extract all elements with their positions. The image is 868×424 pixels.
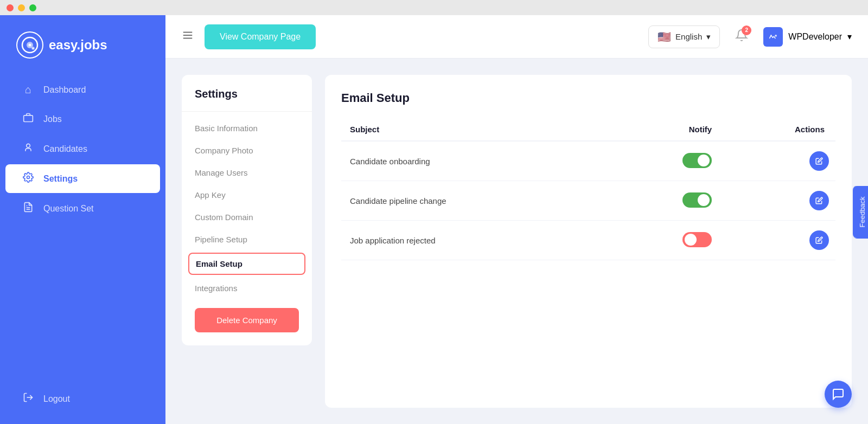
settings-item-integrations[interactable]: Integrations [182,277,312,299]
sidebar-nav: ⌂ Dashboard Jobs Candidates [0,75,165,383]
subject-cell-1: Candidate onboarding [341,141,614,181]
actions-column-header: Actions [717,118,835,141]
svg-point-7 [27,176,30,179]
notify-cell-2 [614,181,717,221]
user-chevron: ▾ [847,31,852,42]
delete-company-button[interactable]: Delete Company [195,308,299,332]
language-selector[interactable]: 🇺🇸 English ▾ [648,25,720,48]
toggle-candidate-onboarding[interactable] [682,153,712,168]
main-area: View Company Page 🇺🇸 English ▾ 2 [165,15,868,424]
sidebar-label-settings: Settings [43,174,78,184]
table-row: Candidate pipeline change [341,181,835,221]
view-company-page-button[interactable]: View Company Page [205,24,316,49]
language-label: English [675,32,702,41]
sidebar-item-jobs[interactable]: Jobs [5,105,160,133]
user-menu[interactable]: WPDeveloper ▾ [763,27,852,47]
settings-item-company-photo[interactable]: Company Photo [182,139,312,162]
sidebar-logo: easy.jobs [0,26,165,75]
email-setup-title: Email Setup [341,91,835,105]
candidates-icon [22,142,35,156]
user-name: WPDeveloper [788,32,842,42]
user-logo [763,27,783,47]
actions-cell-2 [717,181,835,221]
table-row: Candidate onboarding [341,141,835,181]
settings-item-basic-information[interactable]: Basic Information [182,117,312,139]
feedback-tab[interactable]: Feedback [853,185,868,238]
minimize-button[interactable] [18,4,25,11]
settings-item-custom-domain[interactable]: Custom Domain [182,206,312,228]
jobs-icon [22,112,35,126]
menu-icon[interactable] [182,29,194,44]
toggle-candidate-pipeline[interactable] [682,192,712,208]
sidebar-item-dashboard[interactable]: ⌂ Dashboard [5,76,160,104]
svg-rect-5 [24,115,33,122]
settings-item-email-setup[interactable]: Email Setup [188,253,305,275]
header: View Company Page 🇺🇸 English ▾ 2 [165,15,868,59]
subject-column-header: Subject [341,118,614,141]
settings-item-pipeline-setup[interactable]: Pipeline Setup [182,228,312,250]
email-table: Subject Notify Actions Candidate onboard… [341,118,835,260]
close-button[interactable] [7,4,14,11]
sidebar-item-logout[interactable]: Logout [5,384,160,413]
flag-icon: 🇺🇸 [658,30,671,43]
svg-point-4 [33,48,34,49]
notify-cell-3 [614,221,717,260]
actions-cell-1 [717,141,835,181]
settings-item-manage-users[interactable]: Manage Users [182,162,312,184]
logout-icon [22,392,35,406]
chat-bubble[interactable] [825,381,852,408]
maximize-button[interactable] [29,4,36,11]
table-header-row: Subject Notify Actions [341,118,835,141]
logo-text: easy.jobs [49,37,107,53]
svg-point-6 [27,144,30,147]
notify-cell-1 [614,141,717,181]
svg-point-15 [775,34,777,36]
subject-cell-3: Job application rejected [341,221,614,260]
actions-cell-3 [717,221,835,260]
content-area: Settings Basic Information Company Photo… [165,59,868,424]
sidebar-label-logout: Logout [43,394,70,404]
titlebar [0,0,868,15]
settings-icon [22,172,35,185]
svg-point-2 [29,44,31,47]
app-layout: easy.jobs ⌂ Dashboard Jobs [0,15,868,424]
notify-column-header: Notify [614,118,717,141]
sidebar-label-jobs: Jobs [43,114,62,124]
sidebar: easy.jobs ⌂ Dashboard Jobs [0,15,165,424]
settings-item-app-key[interactable]: App Key [182,184,312,206]
email-setup-panel: Email Setup Subject Notify Actions Candi… [325,75,852,408]
sidebar-item-candidates[interactable]: Candidates [5,134,160,163]
sidebar-item-question-set[interactable]: Question Set [5,194,160,223]
edit-button-3[interactable] [809,230,829,250]
edit-button-1[interactable] [809,151,829,171]
language-chevron: ▾ [706,32,711,42]
edit-button-2[interactable] [809,191,829,210]
sidebar-label-question-set: Question Set [43,204,94,214]
toggle-job-application-rejected[interactable] [682,232,712,247]
table-row: Job application rejected [341,221,835,260]
dashboard-icon: ⌂ [22,83,35,96]
settings-panel: Settings Basic Information Company Photo… [182,75,312,345]
settings-panel-title: Settings [182,88,312,112]
subject-cell-2: Candidate pipeline change [341,181,614,221]
logo-icon [16,31,43,59]
sidebar-item-settings[interactable]: Settings [5,164,160,193]
sidebar-label-dashboard: Dashboard [43,85,86,95]
sidebar-label-candidates: Candidates [43,144,87,154]
notifications-bell[interactable]: 2 [731,24,752,49]
question-set-icon [22,202,35,215]
notification-badge: 2 [742,25,751,35]
